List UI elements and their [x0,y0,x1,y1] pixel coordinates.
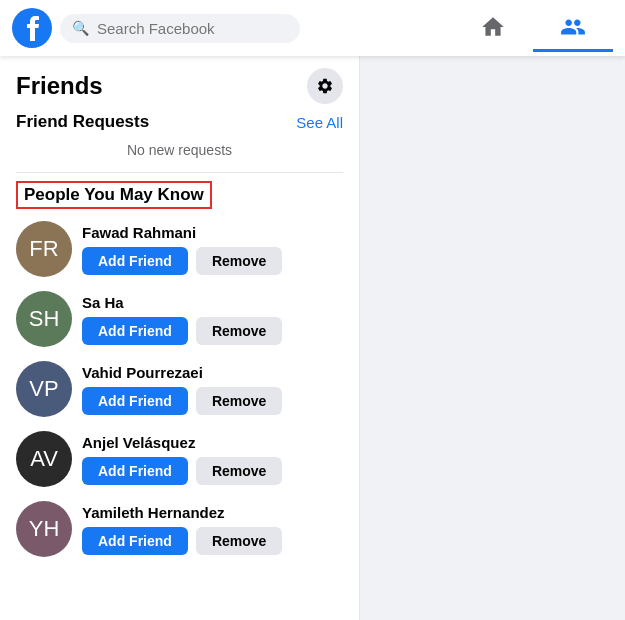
header: 🔍 [0,0,625,56]
friends-icon [560,14,586,40]
person-name: Yamileth Hernandez [82,504,343,521]
person-info: Vahid PourrezaeiAdd FriendRemove [82,364,343,415]
add-friend-button[interactable]: Add Friend [82,387,188,415]
remove-button[interactable]: Remove [196,317,282,345]
home-icon [480,14,506,40]
person-actions: Add FriendRemove [82,387,343,415]
avatar: FR [16,221,72,277]
person-info: Sa HaAdd FriendRemove [82,294,343,345]
search-bar[interactable]: 🔍 [60,14,300,43]
person-info: Yamileth HernandezAdd FriendRemove [82,504,343,555]
person-row: SHSa HaAdd FriendRemove [16,291,343,347]
remove-button[interactable]: Remove [196,527,282,555]
remove-button[interactable]: Remove [196,247,282,275]
avatar: AV [16,431,72,487]
see-all-link[interactable]: See All [296,114,343,131]
divider [16,172,343,173]
add-friend-button[interactable]: Add Friend [82,317,188,345]
person-row: AVAnjel VelásquezAdd FriendRemove [16,431,343,487]
search-input[interactable] [97,20,288,37]
add-friend-button[interactable]: Add Friend [82,457,188,485]
person-name: Vahid Pourrezaei [82,364,343,381]
avatar: SH [16,291,72,347]
people-you-may-know-label: People You May Know [16,181,212,209]
friend-requests-label: Friend Requests [16,112,149,132]
search-icon: 🔍 [72,20,89,36]
avatar: YH [16,501,72,557]
panel-title-row: Friends [16,68,343,104]
home-nav-button[interactable] [453,4,533,52]
person-info: Fawad RahmaniAdd FriendRemove [82,224,343,275]
settings-button[interactable] [307,68,343,104]
avatar: VP [16,361,72,417]
friends-nav-button[interactable] [533,4,613,52]
remove-button[interactable]: Remove [196,457,282,485]
person-row: YHYamileth HernandezAdd FriendRemove [16,501,343,557]
person-row: VPVahid PourrezaeiAdd FriendRemove [16,361,343,417]
person-info: Anjel VelásquezAdd FriendRemove [82,434,343,485]
person-actions: Add FriendRemove [82,527,343,555]
main-layout: Friends Friend Requests See All No new r… [0,56,625,620]
person-name: Fawad Rahmani [82,224,343,241]
panel-title: Friends [16,72,103,100]
person-actions: Add FriendRemove [82,457,343,485]
header-nav [453,4,613,52]
gear-icon [316,77,334,95]
person-name: Sa Ha [82,294,343,311]
person-actions: Add FriendRemove [82,317,343,345]
right-panel [360,56,625,620]
left-panel: Friends Friend Requests See All No new r… [0,56,360,620]
add-friend-button[interactable]: Add Friend [82,527,188,555]
friend-requests-section-header: Friend Requests See All [16,112,343,132]
add-friend-button[interactable]: Add Friend [82,247,188,275]
person-name: Anjel Velásquez [82,434,343,451]
no-requests-message: No new requests [16,136,343,164]
person-actions: Add FriendRemove [82,247,343,275]
person-row: FRFawad RahmaniAdd FriendRemove [16,221,343,277]
remove-button[interactable]: Remove [196,387,282,415]
facebook-logo-icon [12,8,52,48]
people-list: FRFawad RahmaniAdd FriendRemoveSHSa HaAd… [16,221,343,557]
